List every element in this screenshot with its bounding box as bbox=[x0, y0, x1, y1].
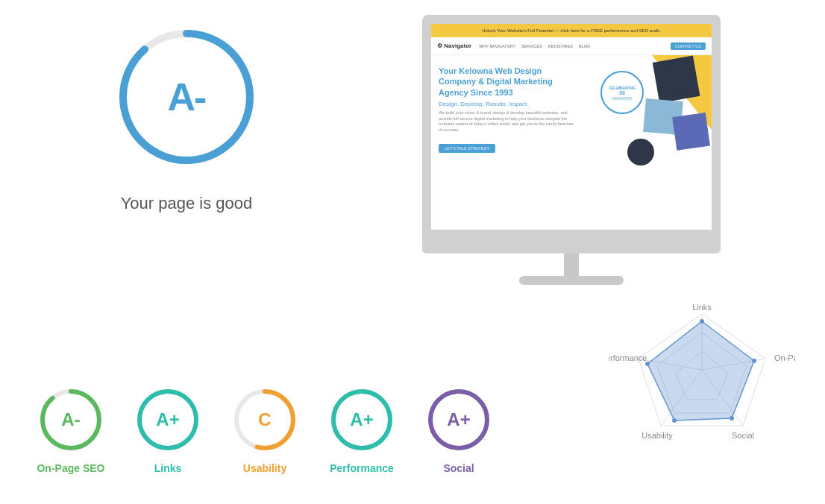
svg-rect-5 bbox=[672, 113, 710, 151]
site-hero: Your Kelowna Web Design Company & Digita… bbox=[431, 55, 712, 174]
site-preview: Unlock Your Website's Full Potential — c… bbox=[431, 24, 712, 230]
metric-circle-usability: C bbox=[231, 386, 298, 453]
metric-usability: C Usability bbox=[216, 386, 313, 474]
spider-svg: Links On-Page SEO Social Usability Perfo… bbox=[609, 303, 795, 452]
metric-social: A+ Social bbox=[410, 386, 507, 474]
svg-point-6 bbox=[627, 139, 654, 166]
spider-label-performance: Performance bbox=[609, 353, 647, 362]
nav-item-3: INDUSTRIES bbox=[548, 44, 573, 48]
metric-circle-seo: A- bbox=[37, 386, 104, 453]
social-grade: A+ bbox=[447, 409, 470, 430]
performance-grade: A+ bbox=[350, 409, 373, 430]
site-hero-text: We build your vision & brand, design & d… bbox=[439, 110, 577, 133]
monitor-screen: Unlock Your Website's Full Potential — c… bbox=[422, 15, 721, 239]
monitor-bezel-bottom bbox=[422, 239, 721, 253]
svg-text:NAVIGATOR: NAVIGATOR bbox=[612, 97, 633, 101]
site-hero-cta: LET'S TALK STRATEGY bbox=[439, 144, 495, 153]
monitor-base bbox=[519, 276, 624, 285]
page-status-text: Your page is good bbox=[121, 194, 253, 213]
nav-item-4: BLOG bbox=[579, 44, 590, 48]
main-grade-label: A- bbox=[168, 75, 206, 119]
svg-point-32 bbox=[730, 416, 734, 420]
metric-on-page-seo: A- On-Page SEO bbox=[22, 386, 119, 474]
svg-point-31 bbox=[752, 359, 756, 363]
main-panel: A- Your page is good bbox=[45, 22, 328, 213]
seo-label: On-Page SEO bbox=[37, 462, 104, 474]
svg-point-33 bbox=[672, 418, 677, 423]
site-hero-title: Your Kelowna Web Design Company & Digita… bbox=[439, 66, 577, 98]
usability-label: Usability bbox=[243, 462, 286, 474]
spider-label-usability: Usability bbox=[642, 431, 673, 440]
site-nav: ⚙ Navigator WHY NAVIGATOR? SERVICES INDU… bbox=[431, 37, 712, 55]
site-hero-right: CELEBRATING 30 NAVIGATOR bbox=[585, 55, 712, 174]
site-nav-items: WHY NAVIGATOR? SERVICES INDUSTRIES BLOG bbox=[479, 44, 671, 48]
metrics-row: A- On-Page SEO A+ Links C Usability bbox=[22, 386, 810, 474]
spider-label-on-page-seo: On-Page SEO bbox=[774, 353, 795, 362]
svg-text:30: 30 bbox=[619, 90, 625, 95]
site-topbar: Unlock Your Website's Full Potential — c… bbox=[431, 24, 712, 37]
nav-logo-icon: ⚙ bbox=[437, 42, 442, 49]
svg-point-30 bbox=[700, 319, 704, 324]
monitor-neck bbox=[564, 253, 579, 276]
spider-label-links: Links bbox=[692, 303, 712, 312]
metric-circle-links: A+ bbox=[134, 386, 201, 453]
usability-grade: C bbox=[258, 409, 271, 430]
svg-rect-3 bbox=[653, 56, 700, 104]
site-nav-cta: CONTACT US bbox=[671, 42, 706, 50]
links-grade: A+ bbox=[156, 409, 179, 430]
main-grade-circle: A- bbox=[112, 22, 261, 171]
monitor: Unlock Your Website's Full Potential — c… bbox=[415, 15, 728, 285]
nav-item-2: SERVICES bbox=[521, 44, 542, 48]
spider-label-social: Social bbox=[732, 431, 754, 440]
nav-item-1: WHY NAVIGATOR? bbox=[479, 44, 515, 48]
svg-marker-29 bbox=[647, 321, 754, 420]
social-label: Social bbox=[443, 462, 474, 474]
metric-circle-performance: A+ bbox=[328, 386, 395, 453]
monitor-container: Unlock Your Website's Full Potential — c… bbox=[415, 15, 735, 285]
spider-chart: Links On-Page SEO Social Usability Perfo… bbox=[609, 303, 795, 452]
performance-label: Performance bbox=[330, 462, 394, 474]
site-hero-subtitle: Design. Develop. Results. Impact. bbox=[439, 101, 577, 107]
metric-circle-social: A+ bbox=[425, 386, 492, 453]
metric-links: A+ Links bbox=[119, 386, 216, 474]
metric-performance: A+ Performance bbox=[313, 386, 410, 474]
links-label: Links bbox=[154, 462, 182, 474]
seo-grade: A- bbox=[61, 409, 80, 430]
site-hero-left: Your Kelowna Web Design Company & Digita… bbox=[431, 55, 585, 174]
site-nav-logo: ⚙ Navigator bbox=[437, 42, 471, 49]
